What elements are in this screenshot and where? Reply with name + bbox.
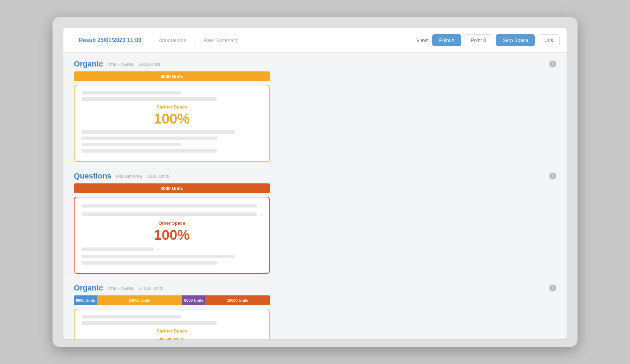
- card-line: [82, 255, 235, 258]
- card-line: [82, 91, 181, 94]
- bar-label-questions: 8000 Units: [74, 183, 270, 193]
- bar-segment-blue: 6000 Units: [74, 295, 97, 305]
- section-organic1: Organic Total Hit Area = 6000 Units i 60…: [74, 59, 556, 162]
- main-content: Organic Total Hit Area = 6000 Units i 60…: [63, 52, 567, 340]
- bar-segment-yellow: 24000 Units: [97, 295, 182, 305]
- section-header-questions: Questions Total Hit Area = 8000 Units i: [74, 172, 556, 181]
- section-questions: Questions Total Hit Area = 8000 Units i …: [74, 172, 556, 274]
- card-center-organic1: Partner Space 100%: [82, 104, 262, 127]
- screen: Result 25/01/2023 11:00 Annotations Raw …: [63, 28, 567, 340]
- bar-label-organic1: 6000 Units: [74, 71, 270, 81]
- percentage-organic2: 11%: [158, 335, 186, 340]
- section-title-organic2: Organic: [74, 284, 103, 293]
- chevron-icon-3: ‹: [157, 246, 159, 252]
- bar-segment-purple: 6000 Units: [182, 295, 205, 305]
- view-btn-serpspace[interactable]: Serp Space: [496, 34, 535, 46]
- section-organic2: Organic Total Hit Area = 54000 Units i 6…: [74, 284, 556, 340]
- section-meta-questions: Total Hit Area = 8000 Units: [115, 174, 169, 179]
- tab-annotations[interactable]: Annotations: [150, 34, 195, 46]
- card-line: [82, 143, 181, 146]
- section-meta-organic2: Total Hit Area = 54000 Units: [106, 286, 163, 291]
- section-header-organic1: Organic Total Hit Area = 6000 Units i: [74, 59, 556, 69]
- card-line: [82, 204, 257, 208]
- section-title-questions: Questions: [74, 172, 112, 181]
- card-line: [82, 247, 154, 251]
- bar-segment-red: 18000 Units: [205, 295, 270, 305]
- space-label-questions: Other Space: [159, 220, 186, 226]
- card-line: [82, 261, 217, 265]
- view-btn-pointb[interactable]: Point B: [464, 34, 493, 46]
- card-line: [82, 97, 217, 101]
- space-label-organic2: Partner Space: [156, 328, 187, 334]
- progress-bar-questions: 8000 Units: [74, 183, 270, 193]
- section-title-organic1: Organic: [74, 59, 103, 69]
- serp-card-organic1: Partner Space 100%: [74, 85, 270, 162]
- tabs-header: Result 25/01/2023 11:00 Annotations Raw …: [63, 28, 567, 52]
- progress-bar-organic1: 6000 Units: [74, 71, 270, 81]
- card-line: [82, 315, 181, 318]
- progress-bar-organic2: 6000 Units 24000 Units 6000 Units 18000 …: [74, 295, 270, 305]
- card-line: [82, 136, 217, 140]
- chevron-icon-2: ‹: [260, 211, 262, 217]
- info-icon-organic2[interactable]: i: [549, 285, 556, 292]
- info-icon-questions[interactable]: i: [549, 173, 556, 180]
- card-center-questions: Other Space 100%: [82, 220, 262, 243]
- chevron-icon-1: ‹: [260, 203, 262, 209]
- view-btn-urls[interactable]: Urls: [538, 34, 560, 46]
- laptop-frame: Result 25/01/2023 11:00 Annotations Raw …: [52, 17, 578, 347]
- info-icon-organic1[interactable]: i: [549, 61, 556, 68]
- card-line: [82, 149, 217, 153]
- section-header-organic2: Organic Total Hit Area = 54000 Units i: [74, 284, 556, 293]
- tab-result[interactable]: Result 25/01/2023 11:00: [70, 34, 150, 46]
- serp-card-questions: ‹ ‹ Other Space 100% ‹: [74, 197, 270, 274]
- view-section: View: Point A Point B Serp Space Urls: [416, 34, 560, 46]
- percentage-questions: 100%: [154, 227, 190, 243]
- section-meta-organic1: Total Hit Area = 6000 Units: [106, 62, 160, 67]
- serp-card-organic2: Partner Space 11%: [74, 309, 270, 340]
- card-line: [82, 130, 235, 134]
- view-label: View:: [416, 37, 428, 43]
- tab-rawsummary[interactable]: Raw Summary: [195, 34, 246, 46]
- percentage-organic1: 100%: [154, 111, 190, 127]
- card-line: [82, 212, 257, 216]
- card-line: [82, 321, 217, 325]
- view-btn-pointa[interactable]: Point A: [432, 34, 461, 46]
- card-center-organic2: Partner Space 11%: [82, 328, 262, 340]
- space-label-organic1: Partner Space: [156, 104, 187, 110]
